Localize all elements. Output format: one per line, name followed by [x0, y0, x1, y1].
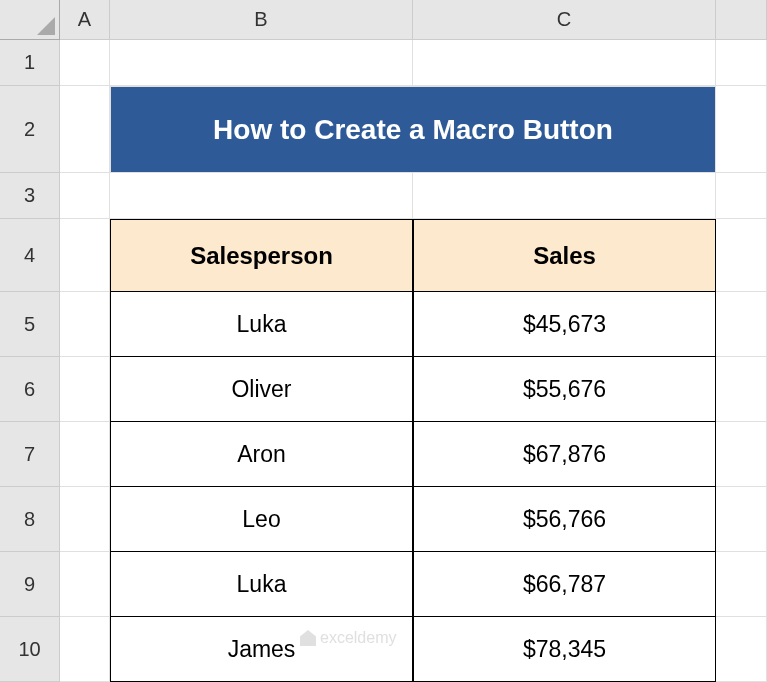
- cell-A9[interactable]: [60, 552, 110, 617]
- table-row[interactable]: Oliver: [110, 357, 413, 422]
- cell-A8[interactable]: [60, 487, 110, 552]
- cell-A7[interactable]: [60, 422, 110, 487]
- cell-A1[interactable]: [60, 40, 110, 86]
- cell-D3[interactable]: [716, 173, 767, 219]
- cell-D8[interactable]: [716, 487, 767, 552]
- cell-A2[interactable]: [60, 86, 110, 173]
- row-header-3[interactable]: 3: [0, 173, 60, 219]
- cell-D2[interactable]: [716, 86, 767, 173]
- table-row[interactable]: Aron: [110, 422, 413, 487]
- cell-D4[interactable]: [716, 219, 767, 292]
- select-all-corner[interactable]: [0, 0, 60, 40]
- cell-A6[interactable]: [60, 357, 110, 422]
- row-header-2[interactable]: 2: [0, 86, 60, 173]
- cell-B3[interactable]: [110, 173, 413, 219]
- table-row[interactable]: $45,673: [413, 292, 716, 357]
- watermark-icon: [300, 630, 316, 646]
- table-row[interactable]: $67,876: [413, 422, 716, 487]
- table-row[interactable]: $56,766: [413, 487, 716, 552]
- cell-D9[interactable]: [716, 552, 767, 617]
- cell-B1[interactable]: [110, 40, 413, 86]
- column-header-empty[interactable]: [716, 0, 767, 40]
- table-row[interactable]: Luka: [110, 552, 413, 617]
- spreadsheet-grid: A B C 1 2 How to Create a Macro Button 3…: [0, 0, 767, 682]
- row-header-4[interactable]: 4: [0, 219, 60, 292]
- cell-A5[interactable]: [60, 292, 110, 357]
- table-row[interactable]: $55,676: [413, 357, 716, 422]
- row-header-9[interactable]: 9: [0, 552, 60, 617]
- column-header-B[interactable]: B: [110, 0, 413, 40]
- row-header-5[interactable]: 5: [0, 292, 60, 357]
- table-row[interactable]: James: [110, 617, 413, 682]
- cell-C3[interactable]: [413, 173, 716, 219]
- table-header-sales[interactable]: Sales: [413, 219, 716, 292]
- column-header-A[interactable]: A: [60, 0, 110, 40]
- column-header-C[interactable]: C: [413, 0, 716, 40]
- cell-D7[interactable]: [716, 422, 767, 487]
- cell-A4[interactable]: [60, 219, 110, 292]
- cell-A3[interactable]: [60, 173, 110, 219]
- page-title[interactable]: How to Create a Macro Button: [110, 86, 716, 173]
- cell-A10[interactable]: [60, 617, 110, 682]
- select-all-triangle-icon: [37, 17, 55, 35]
- table-row[interactable]: $78,345: [413, 617, 716, 682]
- table-header-salesperson[interactable]: Salesperson: [110, 219, 413, 292]
- cell-C1[interactable]: [413, 40, 716, 86]
- watermark-text: exceldemy: [320, 629, 396, 647]
- cell-D10[interactable]: [716, 617, 767, 682]
- row-header-10[interactable]: 10: [0, 617, 60, 682]
- row-header-6[interactable]: 6: [0, 357, 60, 422]
- row-header-1[interactable]: 1: [0, 40, 60, 86]
- row-header-7[interactable]: 7: [0, 422, 60, 487]
- cell-D6[interactable]: [716, 357, 767, 422]
- table-row[interactable]: $66,787: [413, 552, 716, 617]
- table-row[interactable]: Leo: [110, 487, 413, 552]
- cell-D5[interactable]: [716, 292, 767, 357]
- watermark: exceldemy: [300, 629, 396, 647]
- table-row[interactable]: Luka: [110, 292, 413, 357]
- cell-D1[interactable]: [716, 40, 767, 86]
- row-header-8[interactable]: 8: [0, 487, 60, 552]
